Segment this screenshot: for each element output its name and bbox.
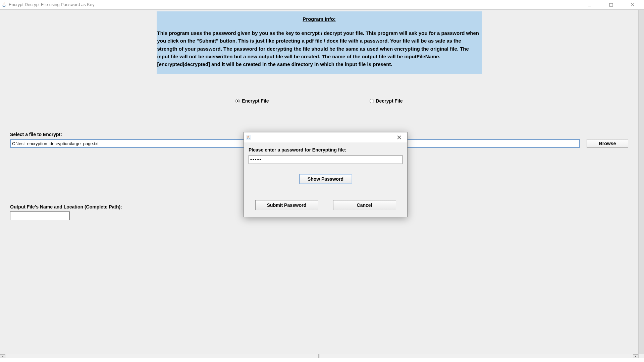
show-password-button[interactable]: Show Password xyxy=(299,174,352,184)
close-button[interactable] xyxy=(626,1,639,8)
encrypt-file-radio[interactable]: Encrypt File xyxy=(235,98,269,104)
radio-icon xyxy=(370,99,374,103)
decrypt-radio-label: Decrypt File xyxy=(376,98,403,104)
scroll-right-arrow-icon[interactable]: ▸ xyxy=(633,354,638,358)
window-title: Encrypt Decrypt File using Password as K… xyxy=(9,2,95,7)
scroll-left-arrow-icon[interactable]: ◂ xyxy=(0,354,5,358)
java-app-icon xyxy=(246,135,251,140)
program-info-heading: Program Info: xyxy=(157,16,482,22)
browse-button[interactable]: Browse xyxy=(587,139,628,148)
output-file-field[interactable] xyxy=(10,212,70,220)
scrollbar-corner xyxy=(638,354,644,358)
dialog-close-button[interactable] xyxy=(393,134,405,141)
radio-icon xyxy=(235,99,240,103)
password-prompt-label: Please enter a password for Encrypting f… xyxy=(249,147,402,153)
horizontal-scrollbar[interactable]: ◂ ▸ xyxy=(0,354,638,358)
program-info-text: This program uses the password given by … xyxy=(157,29,482,68)
maximize-button[interactable] xyxy=(604,1,618,8)
program-info-panel: Program Info: This program uses the pass… xyxy=(157,11,482,74)
vertical-scrollbar[interactable] xyxy=(638,10,644,354)
cancel-button[interactable]: Cancel xyxy=(333,200,396,210)
submit-password-button[interactable]: Submit Password xyxy=(255,200,318,210)
dialog-titlebar xyxy=(244,132,407,142)
svg-rect-1 xyxy=(609,3,613,6)
password-input[interactable] xyxy=(249,155,402,164)
mode-radio-group: Encrypt File Decrypt File xyxy=(0,98,638,104)
decrypt-file-radio[interactable]: Decrypt File xyxy=(370,98,403,104)
minimize-button[interactable] xyxy=(583,1,596,8)
encrypt-radio-label: Encrypt File xyxy=(242,98,269,104)
java-app-icon xyxy=(1,2,7,7)
window-titlebar: Encrypt Decrypt File using Password as K… xyxy=(0,0,644,9)
password-dialog: Please enter a password for Encrypting f… xyxy=(244,132,408,217)
